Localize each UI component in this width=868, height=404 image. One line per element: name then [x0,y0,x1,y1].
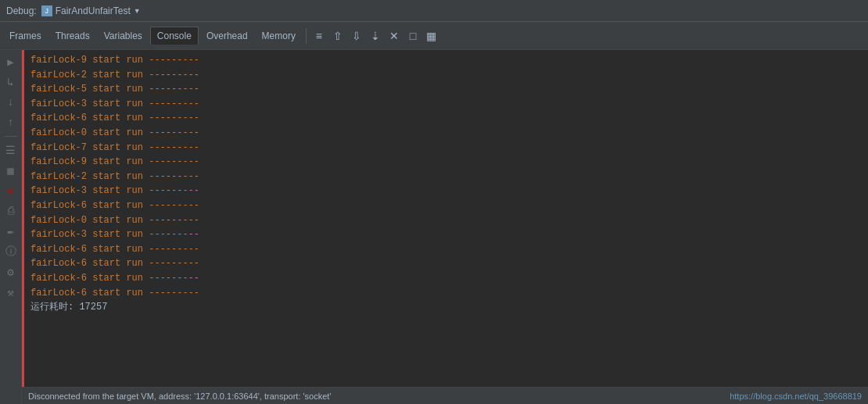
settings-icon-btn[interactable]: □ [404,27,421,45]
log-line: fairLock-3 start run --------- [30,97,862,112]
tab-overhead[interactable]: Overhead [200,27,254,45]
log-line: fairLock-7 start run --------- [30,141,862,156]
list-icon[interactable]: ☰ [4,143,18,157]
log-line: fairLock-3 start run --------- [30,184,862,198]
chevron-down-icon: ▼ [134,7,141,15]
session-icon: J [41,5,52,16]
session-name: FairAndUnfairTest [56,5,131,16]
status-bar: Disconnected from the target VM, address… [22,387,868,404]
log-line: fairLock-6 start run --------- [30,111,862,126]
log-line: fairLock-6 start run --------- [30,256,862,271]
tab-frames[interactable]: Frames [3,27,48,45]
console-output[interactable]: fairLock-9 start run ---------fairLock-2… [22,50,868,387]
tab-memory[interactable]: Memory [256,27,302,45]
log-line: fairLock-5 start run --------- [30,82,862,97]
run-icon[interactable]: ▶ [4,55,18,69]
console-area: fairLock-9 start run ---------fairLock-2… [22,50,868,404]
step-out-icon[interactable]: ↑ [4,116,18,130]
log-line: fairLock-6 start run --------- [30,286,862,301]
log-line: fairLock-2 start run --------- [30,68,862,83]
wrench-icon[interactable]: ⚒ [4,285,18,299]
table-icon[interactable]: ▦ [4,163,18,177]
log-line: fairLock-3 start run --------- [30,227,862,242]
log-line: fairLock-0 start run --------- [30,126,862,141]
status-left-text: Disconnected from the target VM, address… [28,391,332,401]
log-line: fairLock-6 start run --------- [30,242,862,257]
step-over-icon[interactable]: ↳ [4,75,18,89]
left-sidebar: ▶ ↳ ↓ ↑ ☰ ▦ ✕ ⎙ ✒ ⓘ ⚙ ⚒ [0,50,22,404]
separator-icon [5,136,17,137]
tab-variables[interactable]: Variables [98,27,149,45]
toolbar: Frames Threads Variables Console Overhea… [0,22,868,50]
print-icon[interactable]: ⎙ [4,204,18,218]
log-line: fairLock-6 start run --------- [30,271,862,286]
toolbar-separator [306,28,307,44]
cross-icon-btn[interactable]: ✕ [386,27,403,45]
delete-icon[interactable]: ✕ [4,184,18,198]
main-area: ▶ ↳ ↓ ↑ ☰ ▦ ✕ ⎙ ✒ ⓘ ⚙ ⚒ fairLock-9 start… [0,50,868,404]
log-line: fairLock-6 start run --------- [30,198,862,213]
down-icon-btn[interactable]: ⇩ [348,27,365,45]
timing-line: 运行耗时: 17257 [30,300,862,315]
tab-console[interactable]: Console [150,27,199,45]
log-line: fairLock-9 start run --------- [30,53,862,68]
scissors-icon[interactable]: ✒ [4,224,18,238]
up-icon-btn[interactable]: ⇧ [329,27,346,45]
gear-icon[interactable]: ⚙ [4,265,18,279]
debug-bar: Debug: J FairAndUnfairTest ▼ [0,0,868,22]
status-right-link[interactable]: https://blog.csdn.net/qq_39668819 [730,391,862,401]
columns-icon-btn[interactable]: ▦ [423,27,440,45]
debug-session[interactable]: J FairAndUnfairTest ▼ [41,5,141,16]
camera-icon[interactable]: ⓘ [4,245,18,259]
debug-label: Debug: [6,5,37,16]
log-line: fairLock-9 start run --------- [30,155,862,170]
menu-icon-btn[interactable]: ≡ [310,27,328,45]
step-into-icon[interactable]: ↓ [4,95,18,109]
tab-threads[interactable]: Threads [49,27,96,45]
down2-icon-btn[interactable]: ⇣ [367,27,384,45]
log-line: fairLock-0 start run --------- [30,213,862,228]
log-line: fairLock-2 start run --------- [30,170,862,184]
